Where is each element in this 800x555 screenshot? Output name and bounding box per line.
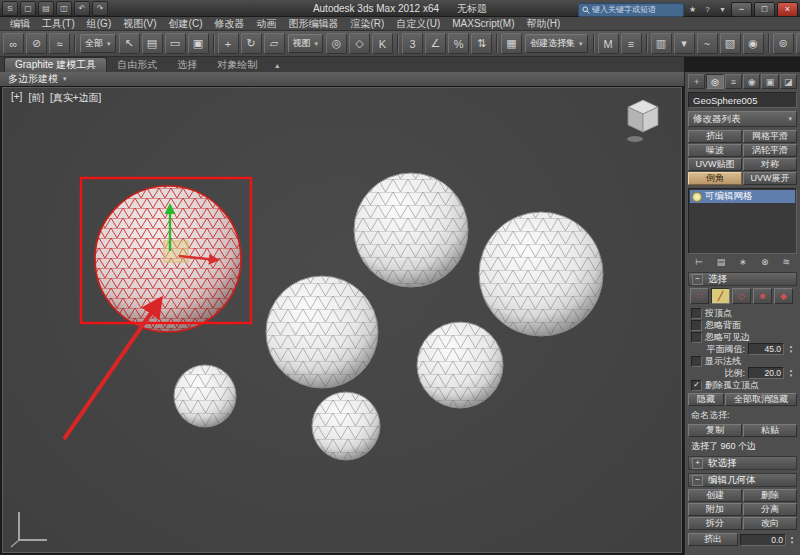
editgeo-button[interactable]: 拆分 xyxy=(688,517,742,530)
favorites-star-icon[interactable]: ★ xyxy=(686,4,699,16)
schematic-view-icon[interactable]: ▧ xyxy=(720,33,741,54)
edge-icon[interactable]: ╱ xyxy=(711,288,730,304)
editgeo-button[interactable]: 创建 xyxy=(688,489,742,502)
search-input[interactable] xyxy=(592,5,680,15)
menu-item[interactable]: 修改器 xyxy=(208,17,250,30)
use-pivot-center-icon[interactable]: ◎ xyxy=(326,33,347,54)
app-logo-button[interactable]: S xyxy=(2,1,18,16)
panel-tab-create[interactable]: + xyxy=(688,74,705,89)
modifier-button[interactable]: 涡轮平滑 xyxy=(743,144,797,157)
viewport-pov-menu[interactable]: [前] xyxy=(28,91,44,105)
extrude-button[interactable]: 挤出 xyxy=(688,533,738,546)
menu-item[interactable]: MAXScript(M) xyxy=(446,17,520,30)
polygon-icon[interactable]: ■ xyxy=(753,288,772,304)
spinner-snap-icon[interactable]: ⇅ xyxy=(471,33,492,54)
geosphere[interactable] xyxy=(417,322,503,408)
viewcube[interactable] xyxy=(621,96,665,146)
ribbon-tab[interactable]: Graphite 建模工具 xyxy=(4,57,107,72)
window-crossing-icon[interactable]: ▣ xyxy=(188,33,209,54)
soft-selection-rollout-header[interactable]: + 软选择 xyxy=(688,456,797,470)
graphite-ribbon-toggle-icon[interactable]: ▾ xyxy=(674,33,695,54)
curve-editor-icon[interactable]: ~ xyxy=(697,33,718,54)
viewport-general-menu[interactable]: [+] xyxy=(11,91,22,105)
object-name-field[interactable]: GeoSphere005 xyxy=(688,92,797,108)
ribbon-tab[interactable]: 选择 xyxy=(167,58,207,72)
select-and-scale-icon[interactable]: ▱ xyxy=(264,33,285,54)
geosphere[interactable] xyxy=(312,392,380,460)
edit-named-selection-sets-icon[interactable]: ▦ xyxy=(501,33,522,54)
menu-item[interactable]: 创建(C) xyxy=(163,17,209,30)
visibility-bulb-icon[interactable] xyxy=(692,192,702,202)
border-icon[interactable]: ◇ xyxy=(732,288,751,304)
modifier-stack[interactable]: 可编辑网格 xyxy=(688,188,797,254)
modifier-button[interactable]: 网格平滑 xyxy=(743,130,797,143)
selection-filter-dropdown[interactable]: 全部▾ xyxy=(80,34,116,53)
geosphere[interactable] xyxy=(266,276,378,388)
remove-modifier-icon[interactable]: ⊗ xyxy=(761,258,769,267)
menu-item[interactable]: 动画 xyxy=(250,17,282,30)
editgeo-button[interactable]: 删除 xyxy=(743,489,797,502)
unlink-selection-icon[interactable]: ⊘ xyxy=(26,33,47,54)
ribbon-subbar[interactable]: 多边形建模 ▾ xyxy=(0,72,684,87)
configure-modifier-sets-icon[interactable]: ≋ xyxy=(782,258,790,267)
redo-icon[interactable]: ↷ xyxy=(92,1,108,16)
menu-item[interactable]: 编辑 xyxy=(4,17,36,30)
viewport-front[interactable]: [+] [前] [真实+边面] xyxy=(2,87,682,553)
reference-coordinate-dropdown[interactable]: 视图▾ xyxy=(288,34,324,53)
menu-item[interactable]: 渲染(R) xyxy=(344,17,390,30)
modifier-button[interactable]: 挤出 xyxy=(688,130,742,143)
panel-tab-display[interactable]: ▣ xyxy=(761,74,778,89)
undo-icon[interactable]: ↶ xyxy=(74,1,90,16)
geosphere[interactable] xyxy=(354,173,468,287)
layer-manager-icon[interactable]: ▥ xyxy=(651,33,672,54)
panel-tab-hierarchy[interactable]: ≡ xyxy=(725,74,742,89)
collapse-icon[interactable]: − xyxy=(692,475,703,486)
rectangular-selection-region-icon[interactable]: ▭ xyxy=(165,33,186,54)
rendered-frame-window-icon[interactable]: ▣ xyxy=(796,33,800,54)
menu-item[interactable]: 工具(T) xyxy=(36,17,81,30)
render-setup-icon[interactable]: ⊚ xyxy=(773,33,794,54)
modifier-button[interactable]: 噪波 xyxy=(688,144,742,157)
close-button[interactable]: × xyxy=(777,2,798,17)
pin-stack-icon[interactable]: ⊢ xyxy=(695,258,703,267)
ribbon-minimize-icon[interactable]: ▴ xyxy=(275,58,279,72)
help-menu-icon[interactable]: ? xyxy=(701,4,714,16)
panel-tab-motion[interactable]: ◉ xyxy=(743,74,760,89)
spinner-down-icon[interactable]: ▾ xyxy=(788,540,796,545)
ribbon-tab[interactable]: 自由形式 xyxy=(107,58,167,72)
maximize-button[interactable]: □ xyxy=(754,2,775,17)
gizmo-plane-handle[interactable] xyxy=(164,241,188,262)
mirror-icon[interactable]: M xyxy=(598,33,619,54)
extrude-value[interactable]: 0.0 xyxy=(740,534,786,546)
editgeo-button[interactable]: 分离 xyxy=(743,503,797,516)
collapse-icon[interactable]: − xyxy=(692,274,703,285)
checkbox[interactable] xyxy=(691,320,702,331)
spinner-arrows[interactable]: ▴▾ xyxy=(787,368,795,378)
select-and-link-icon[interactable]: ∞ xyxy=(3,33,24,54)
panel-tab-modify[interactable]: ◎ xyxy=(706,74,723,89)
element-icon[interactable]: ◆ xyxy=(774,288,793,304)
bind-to-space-warp-icon[interactable]: ≈ xyxy=(49,33,70,54)
modifier-list-dropdown[interactable]: 修改器列表 ▾ xyxy=(688,111,797,127)
select-and-rotate-icon[interactable]: ↻ xyxy=(241,33,262,54)
select-object-icon[interactable]: ↖ xyxy=(119,33,140,54)
unhide-all-button[interactable]: 全部取消隐藏 xyxy=(725,393,797,406)
hide-button[interactable]: 隐藏 xyxy=(688,393,724,406)
expand-icon[interactable]: + xyxy=(692,458,703,469)
spinner-value[interactable]: 20.0 xyxy=(748,367,784,379)
geosphere[interactable] xyxy=(479,212,603,336)
show-end-result-icon[interactable]: ▤ xyxy=(717,258,726,267)
comm-center-chevron-icon[interactable]: ▾ xyxy=(716,4,729,16)
menu-item[interactable]: 组(G) xyxy=(81,17,117,30)
modifier-button[interactable]: 对称 xyxy=(743,158,797,171)
make-unique-icon[interactable]: ∗ xyxy=(739,258,747,267)
vertex-icon[interactable]: ∷ xyxy=(690,288,709,304)
checkbox[interactable] xyxy=(691,308,702,319)
menu-item[interactable]: 帮助(H) xyxy=(520,17,566,30)
editgeo-button[interactable]: 附加 xyxy=(688,503,742,516)
spinner-down-icon[interactable]: ▾ xyxy=(787,373,795,378)
snap-toggle-3d-icon[interactable]: 3 xyxy=(402,33,423,54)
select-and-move-icon[interactable]: + xyxy=(218,33,239,54)
select-and-manipulate-icon[interactable]: ◇ xyxy=(349,33,370,54)
menu-item[interactable]: 图形编辑器 xyxy=(282,17,344,30)
